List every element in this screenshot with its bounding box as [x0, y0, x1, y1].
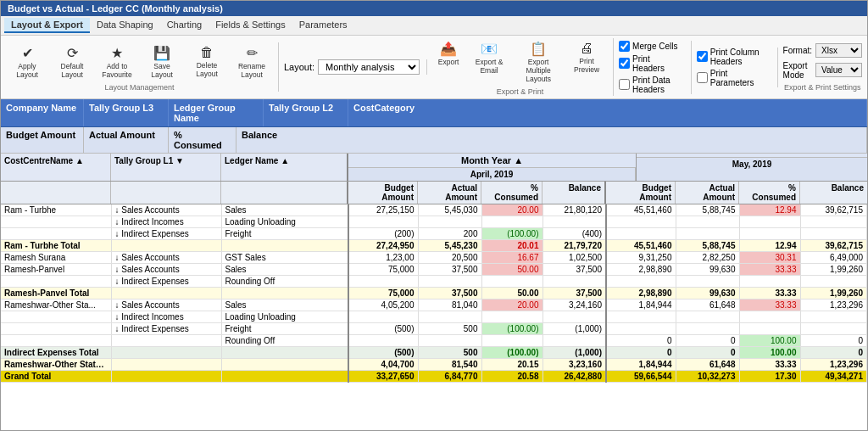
menu-data-shaping[interactable]: Data Shaping [90, 18, 160, 33]
table-row: Rounding Off00100.000 [1, 335, 867, 347]
print-column-headers-checkbox[interactable] [697, 51, 708, 62]
table-container: Ram - Turbhe↓ Sales AccountsSales27,25,1… [1, 204, 867, 430]
may-budget-cell [606, 216, 676, 228]
ledger-cell [221, 359, 348, 371]
format-select[interactable]: Xlsx Pdf Csv [815, 43, 862, 58]
header-col-tally-l3[interactable]: Tally Group L3 [84, 99, 169, 126]
ledger-cell [221, 371, 348, 383]
apr-pct-cell: (100.00) [481, 347, 542, 359]
print-data-headers-label[interactable]: Print Data Headers [619, 76, 684, 94]
print-preview-button[interactable]: 🖨 Print Preview [565, 38, 608, 86]
tally-l1-cell: ↓ Indirect Expenses [111, 228, 221, 240]
rename-layout-button[interactable]: ✏ Rename Layout [231, 42, 273, 81]
ledger-cell [221, 288, 348, 299]
apply-layout-button[interactable]: ✔ Apply Layout [6, 42, 48, 81]
apr-budget-cell [348, 311, 418, 323]
sub-col-actual: Actual Amount [84, 127, 169, 153]
tally-l1-cell: ↓ Indirect Expenses [111, 276, 221, 288]
may-balance-cell: 39,62,715 [800, 204, 867, 216]
print-data-headers-checkbox[interactable] [619, 79, 630, 90]
print-headers-checkbox[interactable] [619, 58, 630, 69]
may-balance-hdr: Balance [800, 182, 867, 204]
apr-pct-hdr: % Consumed [481, 182, 542, 204]
delete-layout-button[interactable]: 🗑 Delete Layout [186, 42, 228, 81]
may-balance-cell: 0 [800, 335, 867, 347]
header-col-tally-l2[interactable]: Tally Group L2 [264, 99, 348, 126]
table-row: Rameshwar-Other Sta...↓ Sales AccountsSa… [1, 299, 867, 311]
may-budget-cell: 0 [606, 335, 676, 347]
costcentre-cell [1, 335, 111, 347]
apr-actual-cell [418, 311, 481, 323]
main-window: Budget vs Actual - Ledger CC (Monthly an… [0, 0, 868, 431]
delete-layout-icon: 🗑 [200, 45, 214, 60]
layout-select[interactable]: Monthly analysis [318, 59, 420, 75]
tally-l1-cell: ↓ Indirect Incomes [111, 311, 221, 323]
tally-l1-cell [111, 359, 221, 371]
table-row: ↓ Indirect ExpensesRounding Off [1, 276, 867, 288]
ledger-cell: Sales [221, 299, 348, 311]
merge-cells-checkbox[interactable] [619, 41, 630, 52]
print-parameters-checkbox[interactable] [697, 72, 708, 83]
title-bar: Budget vs Actual - Ledger CC (Monthly an… [1, 1, 867, 16]
apr-balance-cell: (400) [542, 228, 606, 240]
menu-charting[interactable]: Charting [160, 18, 209, 33]
may-budget-cell [606, 323, 676, 335]
export-multiple-button[interactable]: 📋 Export Multiple Layouts [514, 38, 563, 86]
col-costcentre[interactable]: CostCentreName ▲ [1, 154, 111, 181]
menu-bar: Layout & Export Data Shaping Charting Fi… [1, 16, 867, 36]
print-headers-label[interactable]: Print Headers [619, 54, 684, 73]
apr-budget-cell: (200) [348, 228, 418, 240]
header-col-company[interactable]: Company Name [1, 99, 84, 126]
costcentre-cell: Ramesh Surana [1, 252, 111, 264]
menu-layout-export[interactable]: Layout & Export [4, 18, 90, 33]
apr-budget-cell: (500) [348, 323, 418, 335]
apr-balance-cell: 21,80,120 [542, 204, 606, 216]
sub-hdr-ledger [221, 182, 347, 204]
add-favourite-button[interactable]: ★ Add to Favourite [96, 42, 138, 81]
export-mode-label: Export Mode [783, 61, 812, 80]
tally-l1-cell: ↓ Sales Accounts [111, 299, 221, 311]
toolbar: ✔ Apply Layout ⟳ Default Layout ★ Add to… [1, 36, 867, 99]
may-balance-cell: 1,23,296 [800, 359, 867, 371]
apr-pct-cell [481, 216, 542, 228]
may-balance-cell: 1,23,296 [800, 299, 867, 311]
april-period-header: April, 2019 [348, 168, 636, 181]
export-print-settings-label: Export & Print Settings [783, 83, 862, 92]
may-pct-cell: 30.31 [739, 252, 800, 264]
export-button[interactable]: 📤 Export [432, 38, 465, 86]
data-table: Ram - Turbhe↓ Sales AccountsSales27,25,1… [1, 204, 867, 383]
tally-l1-cell: ↓ Indirect Incomes [111, 216, 221, 228]
default-layout-button[interactable]: ⟳ Default Layout [51, 42, 93, 81]
header-col-costcategory[interactable]: CostCategory [348, 99, 867, 126]
apr-pct-cell: 20.15 [481, 359, 542, 371]
col-ledger-name[interactable]: Ledger Name ▲ [221, 154, 347, 181]
apr-budget-cell: (500) [348, 347, 418, 359]
may-actual-cell: 0 [676, 347, 739, 359]
apr-budget-cell [348, 216, 418, 228]
print-parameters-label[interactable]: Print Parameters [697, 69, 771, 87]
may-actual-cell [676, 228, 739, 240]
apr-budget-cell: 75,000 [348, 264, 418, 276]
header-col-ledger-group[interactable]: Ledger Group Name [169, 99, 264, 126]
export-email-button[interactable]: 📧 Export & Email [467, 38, 511, 86]
export-mode-select[interactable]: Value Formula [815, 63, 862, 77]
merge-cells-label[interactable]: Merge Cells [619, 41, 684, 52]
may-pct-cell: 12.94 [739, 240, 800, 252]
may-period-header: May, 2019 [637, 158, 867, 171]
ledger-cell: GST Sales [221, 252, 348, 264]
add-favourite-icon: ★ [111, 45, 123, 61]
may-pct-cell: 17.30 [739, 371, 800, 383]
col-tally-l1[interactable]: Tally Group L1 ▼ [111, 154, 221, 181]
menu-parameters[interactable]: Parameters [292, 18, 354, 33]
may-balance-cell: 1,99,260 [800, 288, 867, 299]
print-column-headers-label[interactable]: Print Column Headers [697, 48, 771, 66]
apr-actual-hdr: Actual Amount [418, 182, 481, 204]
format-group: Format: Xlsx Pdf Csv Export Mode Value F… [783, 43, 862, 92]
may-actual-cell: 10,32,273 [676, 371, 739, 383]
month-year-header[interactable]: Month Year ▲ [348, 154, 636, 168]
menu-fields-settings[interactable]: Fields & Settings [209, 18, 292, 33]
may-budget-cell: 9,31,250 [606, 252, 676, 264]
may-pct-cell [739, 276, 800, 288]
table-row: ↓ Indirect ExpensesFreight(500)500(100.0… [1, 323, 867, 335]
save-layout-button[interactable]: 💾 Save Layout [141, 42, 183, 81]
